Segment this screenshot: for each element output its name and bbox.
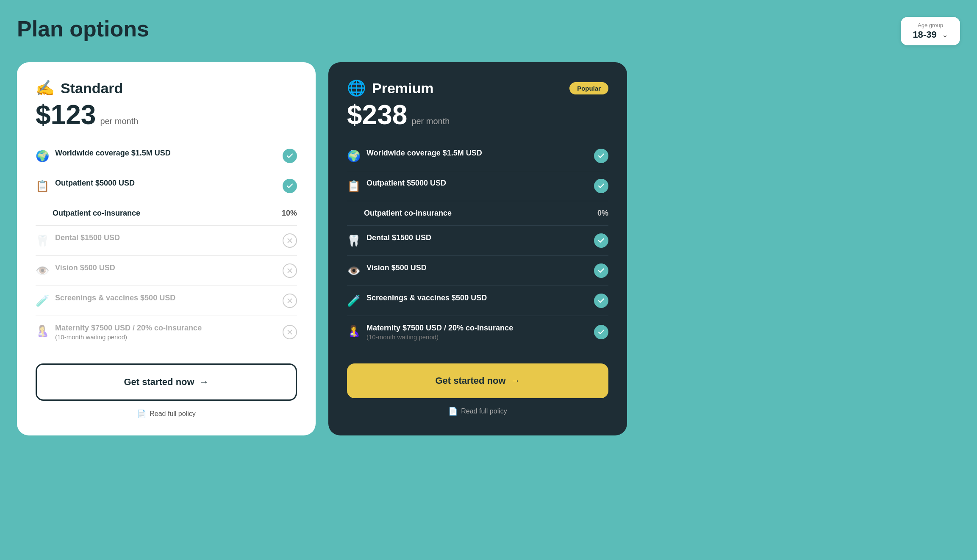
premium-worldwide-icon: 🌍 bbox=[347, 150, 361, 163]
standard-feature-coinsurance: Outpatient co-insurance 10% bbox=[36, 201, 297, 226]
premium-features-list: 🌍 Worldwide coverage $1.5M USD 📋 Outpati… bbox=[347, 141, 608, 348]
age-group-label: Age group bbox=[918, 22, 943, 28]
standard-feature-outpatient: 📋 Outpatient $5000 USD bbox=[36, 171, 297, 201]
premium-feature-worldwide: 🌍 Worldwide coverage $1.5M USD bbox=[347, 141, 608, 171]
premium-screenings-text: Screenings & vaccines $500 USD bbox=[366, 294, 588, 302]
standard-coinsurance-text: Outpatient co-insurance bbox=[53, 209, 276, 218]
standard-worldwide-text: Worldwide coverage $1.5M USD bbox=[55, 149, 277, 158]
standard-feature-worldwide: 🌍 Worldwide coverage $1.5M USD bbox=[36, 141, 297, 171]
premium-outpatient-check bbox=[594, 179, 608, 193]
standard-feature-screenings: 🧪 Screenings & vaccines $500 USD bbox=[36, 286, 297, 316]
standard-maternity-sub: (10-month waiting period) bbox=[55, 333, 277, 341]
premium-maternity-check bbox=[594, 325, 608, 339]
standard-plan-period: per month bbox=[100, 116, 138, 126]
plans-container: ✍️ Standard $123 per month 🌍 Worldwide c… bbox=[17, 62, 627, 435]
standard-screenings-check bbox=[283, 294, 297, 308]
standard-dental-name: Dental $1500 USD bbox=[55, 233, 277, 242]
premium-cta-arrow: → bbox=[511, 375, 520, 386]
standard-feature-vision: 👁️ Vision $500 USD bbox=[36, 256, 297, 286]
age-group-value: 18-39 bbox=[913, 29, 936, 40]
page-title: Plan options bbox=[17, 17, 149, 41]
standard-plan-header: ✍️ Standard bbox=[36, 79, 297, 97]
premium-worldwide-check bbox=[594, 149, 608, 163]
premium-worldwide-text: Worldwide coverage $1.5M USD bbox=[366, 149, 588, 158]
premium-maternity-name: Maternity $7500 USD / 20% co-insurance bbox=[366, 324, 588, 333]
premium-maternity-text: Maternity $7500 USD / 20% co-insurance (… bbox=[366, 324, 588, 341]
standard-features-list: 🌍 Worldwide coverage $1.5M USD 📋 Outpati… bbox=[36, 141, 297, 348]
worldwide-icon: 🌍 bbox=[36, 150, 49, 163]
standard-outpatient-name: Outpatient $5000 USD bbox=[55, 179, 277, 188]
premium-feature-screenings: 🧪 Screenings & vaccines $500 USD bbox=[347, 286, 608, 316]
premium-read-policy-link[interactable]: 📄 Read full policy bbox=[347, 407, 608, 416]
premium-policy-icon: 📄 bbox=[448, 407, 458, 416]
standard-screenings-text: Screenings & vaccines $500 USD bbox=[55, 294, 277, 302]
premium-cta-label: Get started now bbox=[435, 375, 505, 386]
premium-feature-dental: 🦷 Dental $1500 USD bbox=[347, 226, 608, 256]
premium-feature-vision: 👁️ Vision $500 USD bbox=[347, 256, 608, 286]
premium-screenings-check bbox=[594, 294, 608, 308]
standard-cta-arrow: → bbox=[200, 377, 209, 388]
premium-vision-text: Vision $500 USD bbox=[366, 263, 588, 272]
premium-plan-header: 🌐 Premium Popular bbox=[347, 79, 608, 97]
vision-icon: 👁️ bbox=[36, 264, 49, 277]
standard-vision-text: Vision $500 USD bbox=[55, 263, 277, 272]
premium-coinsurance-text: Outpatient co-insurance bbox=[364, 209, 591, 218]
chevron-down-icon: ⌄ bbox=[942, 30, 948, 39]
standard-outpatient-text: Outpatient $5000 USD bbox=[55, 179, 277, 188]
premium-cta-button[interactable]: Get started now → bbox=[347, 363, 608, 398]
premium-dental-text: Dental $1500 USD bbox=[366, 233, 588, 242]
premium-vision-check bbox=[594, 263, 608, 278]
premium-vision-icon: 👁️ bbox=[347, 264, 361, 277]
premium-maternity-icon: 🤱 bbox=[347, 324, 361, 338]
standard-cta-label: Get started now bbox=[124, 377, 194, 388]
premium-policy-label: Read full policy bbox=[461, 408, 507, 415]
dental-icon: 🦷 bbox=[36, 234, 49, 247]
screenings-icon: 🧪 bbox=[36, 294, 49, 308]
premium-coinsurance-name: Outpatient co-insurance bbox=[364, 209, 591, 218]
standard-outpatient-check bbox=[283, 179, 297, 193]
standard-worldwide-name: Worldwide coverage $1.5M USD bbox=[55, 149, 277, 158]
premium-feature-coinsurance: Outpatient co-insurance 0% bbox=[347, 201, 608, 226]
premium-outpatient-icon: 📋 bbox=[347, 180, 361, 193]
premium-badge: Popular bbox=[569, 82, 608, 94]
premium-plan-card: 🌐 Premium Popular $238 per month 🌍 World… bbox=[328, 62, 627, 435]
page-header: Plan options Age group 18-39 ⌄ bbox=[17, 17, 960, 45]
age-group-value-row: 18-39 ⌄ bbox=[913, 29, 948, 40]
age-group-selector[interactable]: Age group 18-39 ⌄ bbox=[901, 17, 960, 45]
standard-maternity-name: Maternity $7500 USD / 20% co-insurance bbox=[55, 324, 277, 333]
standard-coinsurance-name: Outpatient co-insurance bbox=[53, 209, 276, 218]
maternity-icon: 🤱 bbox=[36, 324, 49, 338]
outpatient-icon: 📋 bbox=[36, 180, 49, 193]
standard-plan-price: $123 bbox=[36, 101, 96, 128]
standard-worldwide-check bbox=[283, 149, 297, 163]
premium-vision-name: Vision $500 USD bbox=[366, 263, 588, 272]
premium-plan-period: per month bbox=[411, 116, 450, 126]
standard-vision-name: Vision $500 USD bbox=[55, 263, 277, 272]
standard-dental-text: Dental $1500 USD bbox=[55, 233, 277, 242]
premium-outpatient-name: Outpatient $5000 USD bbox=[366, 179, 588, 188]
standard-cta-button[interactable]: Get started now → bbox=[36, 363, 297, 401]
premium-dental-check bbox=[594, 233, 608, 248]
premium-dental-icon: 🦷 bbox=[347, 234, 361, 247]
standard-feature-maternity: 🤱 Maternity $7500 USD / 20% co-insurance… bbox=[36, 316, 297, 348]
standard-plan-card: ✍️ Standard $123 per month 🌍 Worldwide c… bbox=[17, 62, 316, 435]
premium-outpatient-text: Outpatient $5000 USD bbox=[366, 179, 588, 188]
premium-coinsurance-value: 0% bbox=[597, 209, 608, 218]
standard-maternity-text: Maternity $7500 USD / 20% co-insurance (… bbox=[55, 324, 277, 341]
premium-dental-name: Dental $1500 USD bbox=[366, 233, 588, 242]
premium-maternity-sub: (10-month waiting period) bbox=[366, 333, 588, 341]
standard-screenings-name: Screenings & vaccines $500 USD bbox=[55, 294, 277, 302]
standard-vision-check bbox=[283, 263, 297, 278]
premium-plan-icon: 🌐 bbox=[347, 79, 366, 97]
standard-policy-label: Read full policy bbox=[150, 410, 196, 418]
standard-coinsurance-value: 10% bbox=[282, 209, 297, 218]
premium-screenings-icon: 🧪 bbox=[347, 294, 361, 308]
standard-plan-name: Standard bbox=[61, 80, 123, 97]
standard-policy-icon: 📄 bbox=[137, 409, 146, 419]
standard-read-policy-link[interactable]: 📄 Read full policy bbox=[36, 409, 297, 419]
premium-plan-name: Premium bbox=[372, 80, 434, 97]
premium-worldwide-name: Worldwide coverage $1.5M USD bbox=[366, 149, 588, 158]
premium-screenings-name: Screenings & vaccines $500 USD bbox=[366, 294, 588, 302]
premium-plan-price: $238 bbox=[347, 101, 407, 128]
premium-feature-outpatient: 📋 Outpatient $5000 USD bbox=[347, 171, 608, 201]
